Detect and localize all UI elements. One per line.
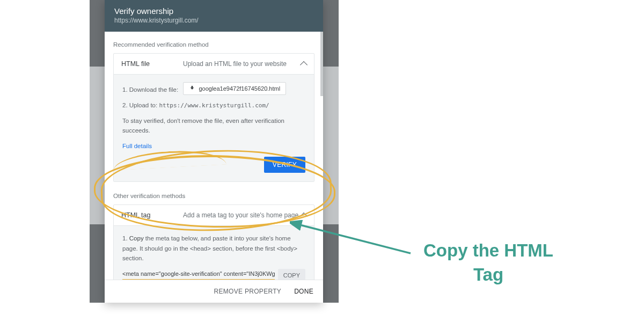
section-label-other: Other verification methods — [113, 193, 314, 199]
upload-url: https://www.kristysturgill.com/ — [159, 102, 269, 109]
canvas: Verify ownership https://www.kristysturg… — [0, 0, 644, 322]
copy-step-prefix: 1. — [122, 235, 129, 241]
panel-html-tag: HTML tag Add a meta tag to your site's h… — [113, 204, 314, 280]
dialog-footer: REMOVE PROPERTY DONE — [105, 280, 323, 303]
download-label: 1. Download the file: — [122, 86, 178, 93]
download-icon — [189, 85, 195, 92]
panel-html-tag-name: HTML tag — [121, 211, 183, 219]
chevron-up-icon — [300, 213, 308, 220]
panel-html-file-body: 1. Download the file: googlea1e9472f1674… — [114, 74, 314, 181]
download-row: 1. Download the file: googlea1e9472f1674… — [122, 82, 305, 95]
panel-html-tag-header[interactable]: HTML tag Add a meta tag to your site's h… — [114, 205, 314, 225]
panel-html-file-name: HTML file — [121, 60, 183, 68]
panel-html-file: HTML file Upload an HTML file to your we… — [113, 53, 314, 182]
upload-row: 2. Upload to: https://www.kristysturgill… — [122, 100, 305, 111]
panel-html-tag-desc: Add a meta tag to your site's home page — [183, 211, 301, 219]
download-file-name: googlea1e9472f16745620.html — [199, 85, 280, 92]
dialog-title: Verify ownership — [114, 6, 313, 16]
htmlfile-note: To stay verified, don't remove the file,… — [122, 116, 305, 136]
copy-button[interactable]: COPY — [278, 269, 305, 280]
remove-property-button[interactable]: REMOVE PROPERTY — [214, 288, 281, 295]
dialog-body[interactable]: Recommended verification method HTML fil… — [105, 32, 323, 280]
copy-step-bold: Copy — [129, 235, 144, 241]
done-button[interactable]: DONE — [294, 288, 313, 295]
section-label-recommended: Recommended verification method — [113, 41, 314, 48]
verify-row-htmlfile: VERIFY — [122, 157, 305, 173]
panel-html-file-desc: Upload an HTML file to your website — [183, 60, 301, 68]
dialog-header: Verify ownership https://www.kristysturg… — [105, 0, 323, 32]
verify-button-htmlfile[interactable]: VERIFY — [264, 157, 305, 173]
upload-prefix: 2. Upload to: — [122, 102, 159, 108]
meta-snippet-row: <meta name="google-site-verification" co… — [122, 269, 305, 280]
panel-html-file-header[interactable]: HTML file Upload an HTML file to your we… — [114, 54, 314, 74]
verify-ownership-dialog: Verify ownership https://www.kristysturg… — [105, 0, 323, 303]
full-details-link-htmlfile[interactable]: Full details — [122, 143, 152, 149]
panel-html-tag-body: 1. Copy the meta tag below, and paste it… — [114, 225, 314, 280]
copy-step-row: 1. Copy the meta tag below, and paste it… — [122, 233, 305, 263]
chevron-up-icon — [300, 61, 308, 69]
copy-step-rest: the meta tag below, and paste it into yo… — [122, 235, 297, 261]
dialog-subtitle: https://www.kristysturgill.com/ — [114, 17, 313, 24]
download-file-button[interactable]: googlea1e9472f16745620.html — [183, 82, 286, 95]
meta-tag-snippet[interactable]: <meta name="google-site-verification" co… — [122, 270, 275, 280]
annotation-text: Copy the HTML Tag — [419, 239, 558, 287]
scrollbar[interactable] — [320, 32, 323, 96]
